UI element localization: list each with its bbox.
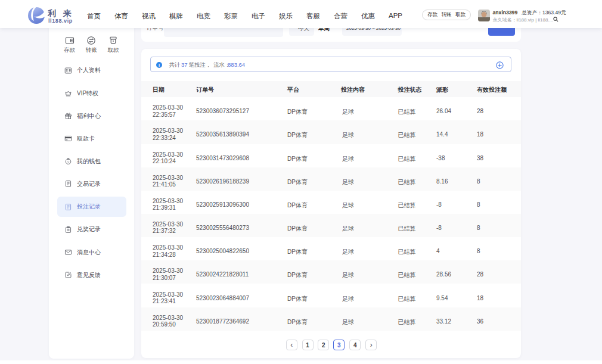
svg-text:i: i xyxy=(158,63,159,68)
